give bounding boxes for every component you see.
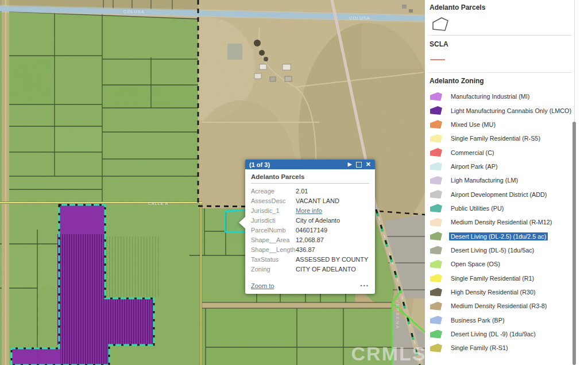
zoning-swatch: [430, 134, 442, 143]
zoning-legend-item[interactable]: Medium Density Residential (R-M12): [425, 215, 575, 229]
zoning-legend-item[interactable]: High Density Residential (R30): [425, 285, 575, 299]
zoning-item-label: Medium Density Residential (R3-8): [449, 302, 548, 310]
more-info-link[interactable]: More info: [296, 207, 322, 214]
zoning-item-label: Medium Density Residential (R-M12): [449, 218, 554, 226]
popup-field-row: Zoning CITY OF ADELANTO: [251, 265, 369, 274]
crmls-watermark: CRMLS: [351, 343, 425, 364]
popup-field-value: ASSESSED BY COUNTY: [296, 255, 368, 265]
legend-divider: [428, 35, 572, 36]
popup-field-label: Shape__Area: [251, 235, 296, 245]
popup-field-label: AssessDesc: [251, 196, 296, 206]
popup-field-label: Zoning: [251, 265, 296, 274]
popup-field-row: Acreage 2.01: [251, 187, 369, 196]
zoning-swatch: [430, 92, 442, 101]
more-options-button[interactable]: •••: [361, 283, 369, 289]
zoning-legend-item[interactable]: Medium Density Residential (R3-8): [425, 299, 575, 313]
zoning-swatch: [430, 344, 442, 352]
zoom-to-link[interactable]: Zoom to: [251, 282, 274, 289]
zoning-item-label: Single Family (R-S1): [449, 344, 510, 352]
zoning-item-label: Light Manufacturing Cannabis Only (LMCO): [449, 107, 573, 115]
zoning-swatch: [430, 148, 442, 157]
zoning-item-label: Single Family Residential (R1): [449, 274, 536, 282]
zoning-swatch: [430, 288, 442, 296]
popup-maximize-button[interactable]: [356, 162, 362, 168]
zoning-legend-item[interactable]: Desert Living (DL -9) (1du/9ac): [425, 327, 575, 341]
zoning-item-label: Single Family Residential (R-S5): [449, 134, 542, 142]
zoning-legend-item[interactable]: Single Family Residential (R-S5): [425, 131, 575, 145]
zoning-swatch: [430, 120, 442, 129]
zoning-swatch: [430, 260, 442, 269]
zoning-item-label: Desert Living (DL -9) (1du/9ac): [449, 330, 537, 338]
zoning-legend-item[interactable]: Commercial (C): [425, 145, 575, 159]
zoning-legend-item[interactable]: Business Park (BP): [425, 313, 575, 327]
popup-field-row: Jurisdic_1 More info: [251, 206, 369, 216]
popup-field-value: More info: [296, 206, 322, 216]
zoning-legend-item[interactable]: Airport Development District (ADD): [425, 187, 575, 201]
popup-title: Adelanto Parcels: [251, 173, 369, 184]
zoning-swatch: [430, 316, 442, 324]
zoning-legend-item[interactable]: Public Utilities (PU): [425, 201, 575, 215]
zoning-item-label: Business Park (BP): [449, 316, 506, 324]
zoning-item-label: Open Space (OS): [449, 260, 502, 268]
zoning-item-label: High Density Residential (R30): [449, 288, 537, 296]
zoning-swatch: [430, 106, 442, 115]
zoning-item-label: Desert Living (DL-2.5) (1du/2.5 ac): [449, 232, 548, 240]
parcel-info-popup: (1 of 3) ▶ ✕ Adelanto Parcels Acreage 2.…: [245, 160, 375, 294]
zoning-swatch: [430, 162, 442, 170]
zoning-legend-item[interactable]: Single Family (R-S1): [425, 341, 575, 355]
zoning-swatch: [430, 302, 442, 310]
popup-pager: (1 of 3): [249, 161, 270, 168]
zoning-swatch: [430, 330, 442, 339]
legend-layer-title-zoning: Adelanto Zoning: [430, 77, 484, 85]
popup-field-label: ParcelNumb: [251, 226, 296, 235]
popup-field-label: Acreage: [251, 187, 296, 196]
legend-layer-title-parcels: Adelanto Parcels: [430, 3, 485, 11]
zoning-legend-item[interactable]: Ligh Manufacturing (LM): [425, 173, 575, 187]
zoning-item-label: Airport Development District (ADD): [449, 191, 548, 199]
popup-field-row: AssessDesc VACANT LAND: [251, 196, 369, 206]
zoning-legend-item[interactable]: Desert Living (DL-5) (1du/5ac): [425, 243, 575, 257]
zoning-item-label: Ligh Manufacturing (LM): [449, 176, 520, 184]
zoning-legend-item[interactable]: Desert Living (DL-2.5) (1du/2.5 ac): [425, 229, 575, 243]
popup-close-button[interactable]: ✕: [366, 161, 371, 168]
zoning-legend-item[interactable]: Open Space (OS): [425, 257, 575, 271]
zoning-legend-item[interactable]: Manufacturing Industrial (MI): [425, 90, 575, 103]
popup-field-value: 046017149: [296, 226, 327, 235]
zoning-swatch: [430, 190, 442, 199]
popup-field-value: 436.87: [296, 245, 315, 255]
popup-field-row: Jurisdicti City of Adelanto: [251, 216, 369, 226]
zoning-item-label: Manufacturing Industrial (MI): [449, 92, 531, 100]
zoning-swatch: [430, 246, 442, 254]
zoning-swatch: [430, 204, 442, 212]
popup-field-label: Jurisdic_1: [251, 206, 296, 216]
popup-field-label: Shape__Length: [251, 245, 296, 255]
zoning-swatch: [430, 232, 442, 240]
popup-field-label: Jurisdicti: [251, 216, 296, 226]
zoning-legend-item[interactable]: Light Manufacturing Cannabis Only (LMCO): [425, 103, 575, 117]
zoning-legend-item[interactable]: Airport Park (AP): [425, 160, 575, 173]
popup-next-button[interactable]: ▶: [348, 162, 352, 167]
legend-divider: [428, 72, 572, 73]
legend-layer-title-scla: SCLA: [430, 40, 448, 48]
zoning-item-label: Commercial (C): [449, 149, 496, 157]
popup-pointer: [239, 217, 245, 228]
scrollbar-thumb[interactable]: [572, 122, 576, 365]
zoning-item-label: Public Utilities (PU): [449, 204, 505, 212]
popup-field-value: 2.01: [296, 187, 308, 196]
zoning-items: Manufacturing Industrial (MI) Light Manu…: [425, 90, 575, 355]
popup-field-value: 12,068.87: [296, 235, 324, 245]
zoning-swatch: [430, 218, 442, 227]
parcel-polygon-icon: [432, 17, 449, 32]
popup-field-value: VACANT LAND: [296, 196, 339, 206]
zoning-swatch: [430, 274, 442, 282]
zoning-legend-item[interactable]: Single Family Residential (R1): [425, 271, 575, 285]
popup-field-value: CITY OF ADELANTO: [296, 265, 356, 274]
zoning-item-label: Desert Living (DL-5) (1du/5ac): [449, 246, 536, 254]
zoning-legend-item[interactable]: Mixed Use (MU): [425, 118, 575, 131]
popup-field-row: Shape__Area 12,068.87: [251, 235, 369, 245]
popup-field-row: TaxStatus ASSESSED BY COUNTY: [251, 255, 369, 265]
popup-field-row: Shape__Length 436.87: [251, 245, 369, 255]
zoning-item-label: Airport Park (AP): [449, 162, 500, 170]
zoning-swatch: [430, 176, 442, 185]
zoning-item-label: Mixed Use (MU): [449, 121, 497, 129]
